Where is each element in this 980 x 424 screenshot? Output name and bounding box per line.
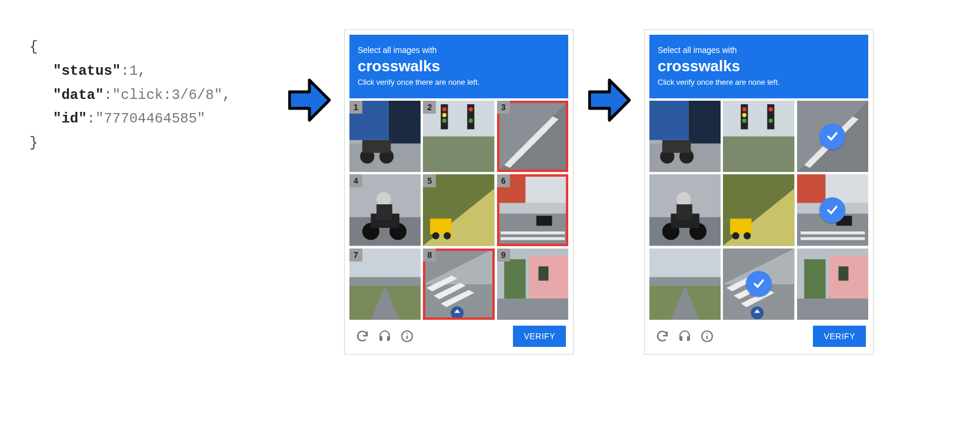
tile-number-label: 9 bbox=[497, 249, 510, 261]
captcha-tile[interactable]: 5 bbox=[423, 174, 494, 246]
captcha-tile[interactable] bbox=[723, 101, 794, 172]
captcha-tile[interactable] bbox=[797, 101, 868, 172]
captcha-tile[interactable] bbox=[649, 174, 721, 246]
svg-point-33 bbox=[444, 233, 451, 240]
svg-point-15 bbox=[469, 118, 473, 122]
svg-point-119 bbox=[706, 333, 708, 334]
check-icon bbox=[746, 271, 772, 297]
svg-rect-31 bbox=[430, 219, 451, 235]
captcha-widget-before: Select all images with crosswalks Click … bbox=[344, 29, 574, 355]
svg-point-70 bbox=[742, 107, 746, 111]
tile-number-label: 1 bbox=[349, 101, 362, 114]
captcha-tile[interactable] bbox=[649, 101, 721, 172]
svg-rect-56 bbox=[504, 259, 525, 299]
tile-number-label: 6 bbox=[497, 174, 510, 187]
reload-icon[interactable] bbox=[355, 329, 369, 343]
svg-rect-91 bbox=[730, 219, 751, 235]
svg-rect-88 bbox=[676, 204, 692, 220]
svg-point-14 bbox=[469, 107, 473, 111]
svg-point-59 bbox=[406, 333, 408, 334]
captcha-prompt-line3: Click verify once there are none left. bbox=[358, 78, 560, 87]
captcha-prompt-line3: Click verify once there are none left. bbox=[658, 78, 860, 87]
captcha-tile[interactable]: 6 bbox=[497, 174, 568, 246]
info-icon[interactable] bbox=[700, 329, 714, 343]
json-snippet: { "status":1, "data":"click:3/6/8", "id"… bbox=[29, 35, 231, 155]
svg-point-10 bbox=[442, 107, 446, 111]
reload-icon[interactable] bbox=[655, 329, 669, 343]
json-val-status: 1 bbox=[129, 63, 138, 79]
verify-button[interactable]: VERIFY bbox=[813, 326, 866, 347]
svg-point-71 bbox=[742, 113, 746, 117]
svg-rect-66 bbox=[662, 140, 691, 153]
svg-point-32 bbox=[432, 233, 439, 240]
tile-checked-overlay bbox=[797, 174, 868, 246]
svg-rect-114 bbox=[838, 266, 848, 280]
check-icon bbox=[819, 124, 845, 150]
svg-rect-37 bbox=[525, 174, 568, 203]
captcha-tile[interactable]: 2 bbox=[423, 101, 494, 172]
captcha-tile[interactable] bbox=[723, 174, 794, 246]
captcha-prompt-line1: Select all images with bbox=[358, 45, 560, 55]
tile-number-label: 4 bbox=[349, 174, 362, 187]
svg-rect-55 bbox=[497, 299, 568, 320]
captcha-tile[interactable] bbox=[797, 249, 868, 320]
svg-rect-102 bbox=[649, 277, 721, 286]
captcha-tile[interactable]: 7 bbox=[349, 249, 421, 320]
captcha-tile[interactable]: 3 bbox=[497, 101, 568, 172]
captcha-footer: VERIFY bbox=[649, 320, 868, 349]
svg-rect-115 bbox=[797, 299, 868, 320]
captcha-tile[interactable] bbox=[723, 249, 794, 320]
captcha-tile[interactable]: 9 bbox=[497, 249, 568, 320]
svg-rect-42 bbox=[349, 277, 421, 286]
svg-rect-53 bbox=[529, 256, 568, 306]
svg-rect-62 bbox=[689, 101, 721, 144]
verify-button[interactable]: VERIFY bbox=[513, 326, 566, 347]
svg-rect-2 bbox=[389, 101, 421, 144]
check-icon bbox=[819, 197, 845, 223]
svg-rect-35 bbox=[497, 214, 568, 246]
captcha-footer: VERIFY bbox=[349, 320, 568, 349]
tile-number-label: 7 bbox=[349, 249, 362, 261]
svg-rect-6 bbox=[362, 140, 391, 153]
svg-rect-113 bbox=[829, 256, 868, 306]
svg-point-93 bbox=[744, 233, 751, 240]
svg-point-12 bbox=[442, 118, 446, 122]
captcha-grid: 123456789 bbox=[349, 101, 568, 320]
arrow-icon bbox=[288, 77, 331, 124]
svg-point-11 bbox=[442, 113, 446, 117]
captcha-grid bbox=[649, 101, 868, 320]
tile-number-label: 8 bbox=[423, 249, 436, 261]
tile-checked-overlay bbox=[797, 101, 868, 172]
captcha-tile[interactable]: 8 bbox=[423, 249, 494, 320]
tile-checked-overlay bbox=[723, 249, 794, 320]
captcha-widget-after: Select all images with crosswalks Click … bbox=[644, 29, 874, 355]
svg-rect-38 bbox=[536, 216, 552, 226]
svg-rect-39 bbox=[501, 231, 565, 234]
arrow-icon bbox=[588, 77, 631, 124]
tile-number-label: 2 bbox=[423, 101, 436, 114]
captcha-prompt-subject: crosswalks bbox=[358, 57, 560, 75]
json-key-data: "data" bbox=[53, 87, 104, 103]
svg-rect-54 bbox=[538, 266, 548, 280]
headphones-icon[interactable] bbox=[678, 329, 692, 343]
svg-rect-61 bbox=[649, 101, 689, 140]
captcha-tile[interactable]: 4 bbox=[349, 174, 421, 246]
headphones-icon[interactable] bbox=[378, 329, 392, 343]
captcha-prompt-subject: crosswalks bbox=[658, 57, 860, 75]
svg-rect-8 bbox=[423, 137, 494, 173]
svg-point-75 bbox=[769, 118, 773, 122]
captcha-header: Select all images with crosswalks Click … bbox=[649, 35, 868, 98]
svg-point-92 bbox=[732, 233, 739, 240]
info-icon[interactable] bbox=[400, 329, 414, 343]
captcha-tile[interactable] bbox=[649, 249, 721, 320]
svg-rect-40 bbox=[501, 237, 565, 240]
captcha-prompt-line1: Select all images with bbox=[658, 45, 860, 55]
svg-point-72 bbox=[742, 118, 746, 122]
tile-number-label: 3 bbox=[497, 101, 510, 114]
svg-point-74 bbox=[769, 107, 773, 111]
json-val-id: "77704464585" bbox=[95, 111, 205, 127]
captcha-tile[interactable]: 1 bbox=[349, 101, 421, 172]
captcha-tile[interactable] bbox=[797, 174, 868, 246]
svg-rect-68 bbox=[723, 137, 794, 173]
json-key-id: "id" bbox=[53, 111, 87, 127]
